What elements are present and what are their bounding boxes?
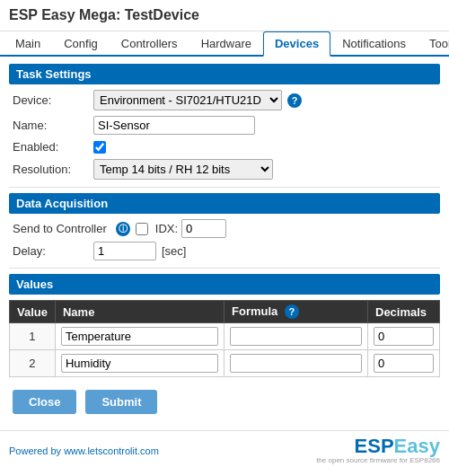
values-section: Values Value Name Formula ? Decimals 1: [9, 274, 440, 377]
footer-powered-text: Powered by www.letscontrolit.com: [9, 445, 159, 456]
idx-label: IDX:: [155, 222, 178, 235]
col-decimals: Decimals: [368, 301, 440, 323]
device-help-icon[interactable]: ?: [287, 93, 302, 108]
page-footer: Powered by www.letscontrolit.com ESPEasy…: [0, 430, 449, 470]
nav-tabs: Main Config Controllers Hardware Devices…: [0, 31, 449, 57]
send-checkbox[interactable]: [136, 223, 148, 235]
col-formula: Formula ?: [224, 301, 368, 323]
row1-decimals-input[interactable]: [374, 327, 434, 346]
enabled-row: Enabled:: [9, 140, 440, 154]
logo-text: ESPEasy: [355, 436, 440, 456]
page-title: ESP Easy Mega: TestDevice: [9, 7, 440, 23]
enabled-checkbox[interactable]: [93, 141, 106, 154]
table-row: 1: [10, 323, 440, 350]
logo-tagline: the open source firmware for ESP8266: [316, 456, 440, 464]
row2-formula-cell: [224, 350, 368, 377]
submit-button[interactable]: Submit: [85, 390, 157, 414]
title-device: TestDevice: [125, 7, 199, 22]
name-input[interactable]: [93, 116, 255, 135]
row1-formula-input[interactable]: [230, 327, 362, 346]
row2-decimals-input[interactable]: [374, 354, 434, 373]
row1-name-input[interactable]: [61, 327, 218, 346]
footer-logo: ESPEasy the open source firmware for ESP…: [316, 436, 440, 464]
content-area: Task Settings Device: Environment - SI70…: [0, 57, 449, 427]
row1-formula-cell: [224, 323, 368, 350]
delay-unit: [sec]: [162, 244, 186, 258]
device-select[interactable]: Environment - SI7021/HTU21D: [93, 90, 282, 110]
delay-row: Delay: [sec]: [9, 242, 440, 260]
button-row: Close Submit: [9, 384, 440, 419]
resolution-label: Resolution:: [13, 163, 93, 176]
name-label: Name:: [13, 119, 93, 132]
row2-num: 2: [10, 350, 56, 377]
page-header: ESP Easy Mega: TestDevice: [0, 0, 449, 31]
close-button[interactable]: Close: [13, 390, 76, 414]
task-settings-header: Task Settings: [9, 64, 440, 84]
row2-formula-input[interactable]: [230, 354, 362, 373]
resolution-row: Resolution: Temp 14 bits / RH 12 bits Te…: [9, 159, 440, 180]
tab-hardware[interactable]: Hardware: [189, 31, 263, 57]
row1-decimals-cell: [368, 323, 440, 350]
resolution-select[interactable]: Temp 14 bits / RH 12 bits Temp 13 bits /…: [93, 159, 273, 180]
tab-tools[interactable]: Tools: [418, 31, 449, 57]
divider-2: [9, 268, 440, 269]
tab-notifications[interactable]: Notifications: [330, 31, 418, 57]
table-row: 2: [10, 350, 440, 377]
send-help-icon[interactable]: ⓘ: [116, 222, 130, 236]
device-row: Device: Environment - SI7021/HTU21D ?: [9, 90, 440, 110]
row1-num: 1: [10, 323, 56, 350]
title-prefix: ESP Easy Mega:: [9, 7, 125, 22]
task-settings-section: Task Settings Device: Environment - SI70…: [9, 64, 440, 180]
logo-easy: Easy: [394, 435, 440, 457]
tab-config[interactable]: Config: [52, 31, 110, 57]
tab-controllers[interactable]: Controllers: [110, 31, 189, 57]
send-row: Send to Controller ⓘ IDX:: [9, 219, 440, 238]
formula-help-icon[interactable]: ?: [285, 304, 299, 319]
col-value: Value: [10, 301, 56, 323]
col-name: Name: [55, 301, 224, 323]
delay-label: Delay:: [13, 244, 93, 258]
row2-name-cell: [55, 350, 224, 377]
row2-name-input[interactable]: [61, 354, 218, 373]
idx-input[interactable]: [181, 219, 226, 238]
tab-devices[interactable]: Devices: [263, 31, 330, 57]
logo-esp: ESP: [355, 435, 394, 457]
data-acquisition-header: Data Acquisition: [9, 193, 440, 214]
delay-input[interactable]: [93, 242, 156, 260]
device-label: Device:: [13, 93, 93, 107]
row1-name-cell: [55, 323, 224, 350]
send-label: Send to Controller: [13, 222, 107, 235]
data-acquisition-section: Data Acquisition Send to Controller ⓘ ID…: [9, 193, 440, 260]
enabled-label: Enabled:: [13, 140, 93, 154]
divider-1: [9, 187, 440, 188]
row2-decimals-cell: [368, 350, 440, 377]
values-table: Value Name Formula ? Decimals 1: [9, 300, 440, 377]
name-row: Name:: [9, 116, 440, 135]
values-header: Values: [9, 274, 440, 295]
tab-main[interactable]: Main: [4, 31, 52, 57]
